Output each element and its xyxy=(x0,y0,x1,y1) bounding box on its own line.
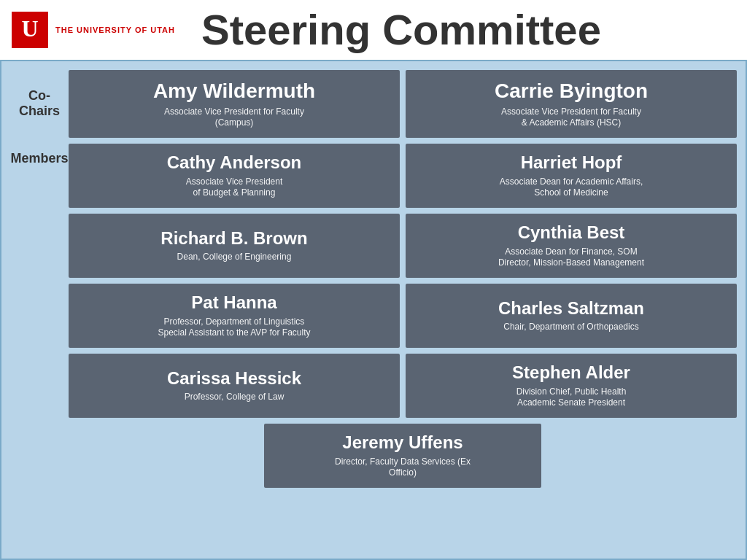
member-pat-name: Pat Hanna xyxy=(191,292,276,314)
cochair-amy-title: Associate Vice President for Faculty(Cam… xyxy=(164,106,304,129)
page-title: Steering Committee xyxy=(187,9,601,51)
member-harriet-title: Associate Dean for Academic Affairs,Scho… xyxy=(500,176,643,199)
member-carissa-title: Professor, College of Law xyxy=(185,392,285,403)
members-grid: Cathy Anderson Associate Vice Presidento… xyxy=(69,144,737,488)
member-card-carissa: Carissa Hessick Professor, College of La… xyxy=(69,354,400,418)
member-stephen-title: Division Chief, Public HealthAcademic Se… xyxy=(516,386,627,409)
header: U THE UNIVERSITY OF UTAH Steering Commit… xyxy=(0,0,747,60)
cochairs-label: Co-Chairs xyxy=(10,70,69,138)
member-harriet-name: Harriet Hopf xyxy=(521,152,622,174)
cochairs-cards: Amy Wildermuth Associate Vice President … xyxy=(69,70,737,138)
svg-text:U: U xyxy=(21,15,38,42)
cochair-carrie-title: Associate Vice President for Faculty& Ac… xyxy=(501,106,641,129)
members-pair-4: Carissa Hessick Professor, College of La… xyxy=(69,354,737,418)
page-wrapper: U THE UNIVERSITY OF UTAH Steering Commit… xyxy=(0,0,747,560)
member-cynthia-name: Cynthia Best xyxy=(518,222,625,244)
members-pair-1: Cathy Anderson Associate Vice Presidento… xyxy=(69,144,737,208)
university-logo: U xyxy=(12,12,48,48)
member-card-richard: Richard B. Brown Dean, College of Engine… xyxy=(69,214,400,278)
member-cynthia-title: Associate Dean for Finance, SOMDirector,… xyxy=(498,246,644,269)
member-cathy-name: Cathy Anderson xyxy=(167,152,301,174)
cochair-card-amy: Amy Wildermuth Associate Vice President … xyxy=(69,70,400,138)
member-charles-name: Charles Saltzman xyxy=(498,298,644,319)
member-cathy-title: Associate Vice Presidentof Budget & Plan… xyxy=(186,176,283,199)
members-pair-3: Pat Hanna Professor, Department of Lingu… xyxy=(69,284,737,348)
member-card-cathy: Cathy Anderson Associate Vice Presidento… xyxy=(69,144,400,208)
cochairs-row: Co-Chairs Amy Wildermuth Associate Vice … xyxy=(10,70,737,138)
members-pair-2: Richard B. Brown Dean, College of Engine… xyxy=(69,214,737,278)
member-card-jeremy: Jeremy Uffens Director, Faculty Data Ser… xyxy=(264,424,541,488)
member-card-pat: Pat Hanna Professor, Department of Lingu… xyxy=(69,284,400,348)
logo-area: U THE UNIVERSITY OF UTAH xyxy=(12,12,175,48)
members-pair-5: Jeremy Uffens Director, Faculty Data Ser… xyxy=(69,424,737,488)
cochair-card-carrie: Carrie Byington Associate Vice President… xyxy=(406,70,737,138)
member-jeremy-name: Jeremy Uffens xyxy=(342,432,462,454)
main-content: Co-Chairs Amy Wildermuth Associate Vice … xyxy=(0,60,747,560)
member-richard-name: Richard B. Brown xyxy=(160,228,307,249)
cochair-amy-name: Amy Wildermuth xyxy=(153,79,315,104)
member-card-harriet: Harriet Hopf Associate Dean for Academic… xyxy=(406,144,737,208)
member-card-stephen: Stephen Alder Division Chief, Public Hea… xyxy=(406,354,737,418)
member-stephen-name: Stephen Alder xyxy=(512,362,630,384)
members-row: Members Cathy Anderson Associate Vice Pr… xyxy=(10,144,737,551)
members-label: Members xyxy=(10,144,69,166)
member-jeremy-title: Director, Faculty Data Services (ExOffic… xyxy=(335,456,471,479)
member-card-cynthia: Cynthia Best Associate Dean for Finance,… xyxy=(406,214,737,278)
university-name: THE UNIVERSITY OF UTAH xyxy=(55,25,175,35)
cochair-carrie-name: Carrie Byington xyxy=(495,79,648,104)
member-card-charles: Charles Saltzman Chair, Department of Or… xyxy=(406,284,737,348)
member-charles-title: Chair, Department of Orthopaedics xyxy=(503,322,638,333)
member-carissa-name: Carissa Hessick xyxy=(167,368,301,389)
member-richard-title: Dean, College of Engineering xyxy=(177,252,292,263)
member-pat-title: Professor, Department of LinguisticsSpec… xyxy=(158,316,311,339)
